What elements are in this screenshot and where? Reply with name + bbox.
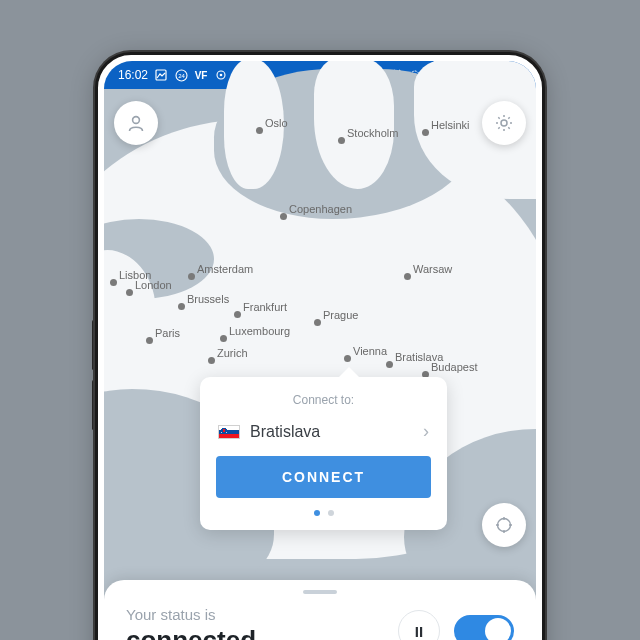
city-label-oslo: Oslo	[265, 117, 288, 129]
city-dot-vienna[interactable]	[344, 355, 351, 362]
locate-button[interactable]	[482, 503, 526, 547]
profile-button[interactable]	[114, 101, 158, 145]
phone-frame: 16:02 24 VF 68%	[95, 52, 545, 640]
city-dot-oslo[interactable]	[256, 127, 263, 134]
svg-point-13	[133, 117, 140, 124]
vf-icon: VF	[194, 68, 208, 82]
city-dot-amsterdam[interactable]	[188, 273, 195, 280]
city-label-budapest: Budapest	[431, 361, 477, 373]
status-text: Your status is connected	[126, 606, 256, 640]
location-row[interactable]: Bratislava ›	[216, 417, 431, 456]
city-dot-helsinki[interactable]	[422, 129, 429, 136]
pause-icon: II	[415, 623, 423, 640]
page-dots	[216, 510, 431, 516]
screen: 16:02 24 VF 68%	[104, 61, 536, 640]
clock: 16:02	[118, 68, 148, 82]
gear-icon	[494, 113, 514, 133]
city-label-vienna: Vienna	[353, 345, 387, 357]
city-label-amsterdam: Amsterdam	[197, 263, 253, 275]
city-label-warsaw: Warsaw	[413, 263, 452, 275]
city-dot-lisbon[interactable]	[110, 279, 117, 286]
svg-point-14	[501, 120, 507, 126]
chevron-right-icon: ›	[423, 421, 429, 442]
city-label-paris: Paris	[155, 327, 180, 339]
connect-card: Connect to: Bratislava › CONNECT	[200, 377, 447, 530]
city-label-brussels: Brussels	[187, 293, 229, 305]
city-dot-prague[interactable]	[314, 319, 321, 326]
city-dot-stockholm[interactable]	[338, 137, 345, 144]
city-dot-copenhagen[interactable]	[280, 213, 287, 220]
settings-button[interactable]	[482, 101, 526, 145]
status-value: connected	[126, 625, 256, 640]
city-label-helsinki: Helsinki	[431, 119, 470, 131]
connect-button[interactable]: CONNECT	[216, 456, 431, 498]
status-label: Your status is	[126, 606, 256, 623]
dot-2[interactable]	[328, 510, 334, 516]
map[interactable]: OsloStockholmHelsinkiCopenhagenAmsterdam…	[104, 89, 536, 640]
crosshair-icon	[494, 515, 514, 535]
dot-1[interactable]	[314, 510, 320, 516]
user-icon	[126, 113, 146, 133]
city-dot-bratislava[interactable]	[386, 361, 393, 368]
svg-point-4	[220, 74, 223, 77]
picture-icon	[154, 68, 168, 82]
city-dot-london[interactable]	[126, 289, 133, 296]
city-label-london: London	[135, 279, 172, 291]
city-label-zurich: Zurich	[217, 347, 248, 359]
city-dot-luxembourg[interactable]	[220, 335, 227, 342]
city-label-prague: Prague	[323, 309, 358, 321]
pause-button[interactable]: II	[398, 610, 440, 640]
bottom-sheet[interactable]: Your status is connected II	[104, 580, 536, 640]
sheet-handle[interactable]	[303, 590, 337, 594]
svg-point-15	[498, 519, 511, 532]
badge-24-icon: 24	[174, 68, 188, 82]
connect-head: Connect to:	[216, 393, 431, 407]
city-label-luxembourg: Luxembourg	[229, 325, 290, 337]
flag-slovakia-icon	[218, 425, 240, 439]
city-dot-zurich[interactable]	[208, 357, 215, 364]
city-label-copenhagen: Copenhagen	[289, 203, 352, 215]
target-icon	[214, 68, 228, 82]
location-name: Bratislava	[250, 423, 413, 441]
city-dot-frankfurt[interactable]	[234, 311, 241, 318]
city-dot-warsaw[interactable]	[404, 273, 411, 280]
city-label-frankfurt: Frankfurt	[243, 301, 287, 313]
vpn-toggle[interactable]	[454, 615, 514, 640]
city-dot-brussels[interactable]	[178, 303, 185, 310]
svg-text:24: 24	[178, 73, 185, 79]
city-dot-paris[interactable]	[146, 337, 153, 344]
city-label-stockholm: Stockholm	[347, 127, 398, 139]
